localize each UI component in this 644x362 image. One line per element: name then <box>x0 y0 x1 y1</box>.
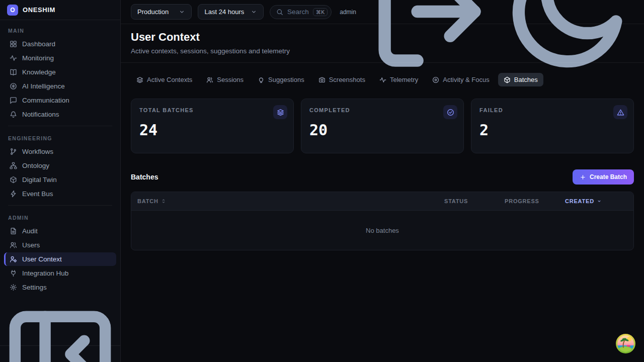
main-area: Production Last 24 hours Search ⌘K admin… <box>121 0 644 362</box>
tab-active-contexts[interactable]: Active Contexts <box>131 73 198 86</box>
bell-icon <box>10 111 17 118</box>
tab-suggestions[interactable]: Suggestions <box>252 73 310 86</box>
brand: O ONESHIM <box>0 0 120 20</box>
chevron-down-icon <box>251 9 257 15</box>
sort-icon <box>160 198 167 204</box>
sidebar-item-label: Ontology <box>22 162 49 169</box>
tab-bar: Active Contexts Sessions Suggestions Scr… <box>131 73 634 86</box>
sidebar-item-ai-intelligence[interactable]: AI Intelligence <box>4 79 116 93</box>
search-placeholder: Search <box>287 8 309 16</box>
empty-state-message: No batches <box>366 227 399 234</box>
column-header-progress[interactable]: PROGRESS <box>499 192 559 210</box>
zap-icon <box>10 190 17 198</box>
sidebar-item-ontology[interactable]: Ontology <box>4 159 116 172</box>
batches-heading: Batches <box>131 173 158 181</box>
camera-icon <box>318 76 326 83</box>
sidebar-item-label: AI Intelligence <box>22 82 65 90</box>
sidebar-item-users[interactable]: Users <box>4 238 116 252</box>
gear-icon <box>10 284 17 291</box>
brand-name: ONESHIM <box>23 6 55 14</box>
plug-icon <box>10 269 17 277</box>
users-icon <box>206 76 213 83</box>
search-icon <box>276 9 283 16</box>
sidebar-item-settings[interactable]: Settings <box>4 281 116 294</box>
section-label-engineering: ENGINEERING <box>4 131 116 144</box>
file-text-icon <box>10 227 17 235</box>
page-header: User Context Active contexts, sessions, … <box>121 24 644 63</box>
layers-icon <box>273 105 287 119</box>
sidebar-item-knowledge[interactable]: Knowledge <box>4 65 116 79</box>
sidebar-item-integration-hub[interactable]: Integration Hub <box>4 266 116 280</box>
tab-batches[interactable]: Batches <box>498 73 543 86</box>
chat-icon <box>10 97 17 104</box>
activity-icon <box>379 76 386 83</box>
column-label: STATUS <box>444 198 468 204</box>
time-range-select[interactable]: Last 24 hours <box>198 4 263 20</box>
tab-label: Active Contexts <box>147 76 192 83</box>
monitoring-icon <box>10 54 17 62</box>
tab-label: Sessions <box>217 76 244 83</box>
time-range-select-value: Last 24 hours <box>204 8 244 16</box>
environment-select[interactable]: Production <box>131 4 192 20</box>
island-widget-button[interactable] <box>615 333 636 354</box>
tab-screenshots[interactable]: Screenshots <box>313 73 371 86</box>
column-header-batch[interactable]: BATCH <box>131 192 438 210</box>
create-batch-label: Create Batch <box>590 173 627 180</box>
package-icon <box>504 76 511 83</box>
search-shortcut-badge: ⌘K <box>313 8 328 16</box>
brand-logo: O <box>7 5 18 16</box>
sidebar-item-user-context[interactable]: User Context <box>4 252 116 266</box>
sidebar-item-label: Dashboard <box>22 40 55 48</box>
section-label-main: MAIN <box>4 23 116 37</box>
sidebar-item-event-bus[interactable]: Event Bus <box>4 187 116 201</box>
section-label-admin: ADMIN <box>4 210 116 224</box>
tab-label: Screenshots <box>329 76 365 83</box>
stat-card-completed: COMPLETED 20 <box>301 99 464 153</box>
disc-icon <box>432 76 439 83</box>
column-header-created[interactable]: CREATED <box>559 192 633 210</box>
stats-grid: TOTAL BATCHES 24 COMPLETED 20 FAILED 2 <box>131 99 634 153</box>
tab-label: Suggestions <box>268 76 304 83</box>
sidebar-item-label: Knowledge <box>22 68 56 76</box>
empty-state: No batches <box>131 211 633 250</box>
create-batch-button[interactable]: Create Batch <box>573 169 634 185</box>
sidebar-item-communication[interactable]: Communication <box>4 94 116 107</box>
cube-icon <box>10 176 17 184</box>
lightbulb-icon <box>258 76 265 83</box>
sidebar-item-label: Monitoring <box>22 54 54 62</box>
sidebar-item-label: Communication <box>22 97 69 104</box>
tab-label: Batches <box>514 76 538 83</box>
sidebar-item-workflows[interactable]: Workflows <box>4 145 116 158</box>
tab-telemetry[interactable]: Telemetry <box>374 73 424 86</box>
plus-icon <box>580 174 586 180</box>
environment-select-value: Production <box>137 8 169 16</box>
stat-label: COMPLETED <box>309 107 455 113</box>
book-icon <box>10 68 17 76</box>
page-title: User Context <box>131 31 634 44</box>
column-label: PROGRESS <box>505 198 539 204</box>
tab-label: Telemetry <box>390 76 418 83</box>
column-label: CREATED <box>565 198 594 204</box>
sidebar-item-audit[interactable]: Audit <box>4 224 116 238</box>
sidebar-item-label: Event Bus <box>22 190 53 198</box>
tropical-island-icon <box>615 333 636 354</box>
panel-collapse-icon <box>0 294 120 362</box>
sidebar-collapse-button[interactable] <box>0 294 120 362</box>
stat-label: TOTAL BATCHES <box>139 107 285 113</box>
sidebar-item-notifications[interactable]: Notifications <box>4 108 116 121</box>
sidebar-item-monitoring[interactable]: Monitoring <box>4 51 116 65</box>
tab-activity-focus[interactable]: Activity & Focus <box>427 73 495 86</box>
sidebar-item-label: Integration Hub <box>22 269 68 277</box>
column-header-status[interactable]: STATUS <box>438 192 499 210</box>
sidebar-item-label: Workflows <box>22 148 53 155</box>
tab-sessions[interactable]: Sessions <box>201 73 249 86</box>
sidebar-footer <box>0 345 120 362</box>
stat-card-total-batches: TOTAL BATCHES 24 <box>131 99 294 153</box>
sidebar-item-dashboard[interactable]: Dashboard <box>4 37 116 51</box>
sidebar-item-digital-twin[interactable]: Digital Twin <box>4 173 116 187</box>
sidebar-item-label: Users <box>22 241 40 249</box>
sidebar-divider <box>8 205 112 206</box>
chevron-down-icon <box>179 9 185 15</box>
sidebar-item-label: Digital Twin <box>22 176 57 184</box>
search-input[interactable]: Search ⌘K <box>270 5 332 19</box>
